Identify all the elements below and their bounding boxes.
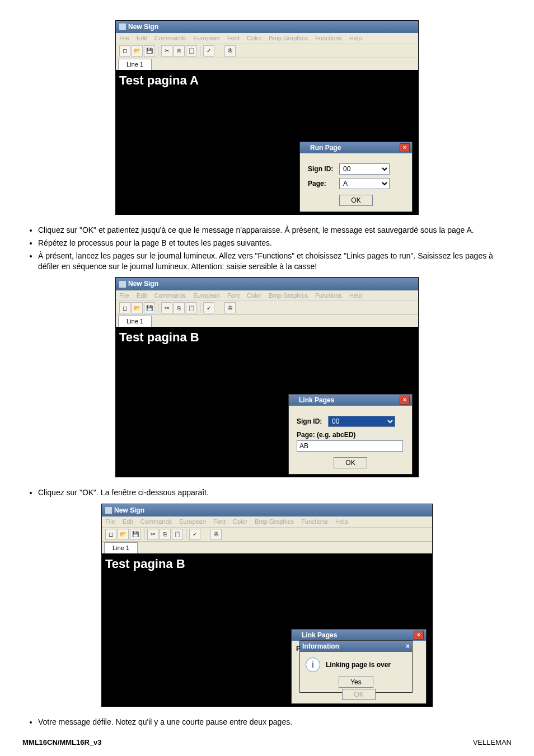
page-hint-label: Page: (e.g. abcED) (297, 430, 404, 439)
info-title: Information (302, 642, 339, 651)
footer-brand: VELLEMAN (473, 738, 512, 748)
canvas-text: Test pagina B (105, 557, 185, 571)
sign-id-select[interactable]: 00 (339, 163, 390, 175)
paste-icon[interactable]: 📋 (172, 529, 183, 540)
menu-functions[interactable]: Functions (301, 518, 328, 525)
window-titlebar: New Sign (116, 21, 418, 33)
close-icon[interactable]: × (400, 143, 410, 152)
ok-button[interactable]: OK (334, 457, 367, 468)
menu-help[interactable]: Help (335, 518, 348, 525)
menu-commands[interactable]: Commands (154, 35, 186, 41)
send-icon[interactable]: ✇ (210, 529, 222, 540)
menu-help[interactable]: Help (349, 292, 362, 299)
toolbar-separator (144, 529, 144, 539)
menu-font[interactable]: Font (227, 292, 240, 299)
save-icon[interactable]: 💾 (144, 45, 155, 57)
menu-file[interactable]: File (119, 35, 129, 41)
new-icon[interactable]: ◻ (105, 529, 116, 540)
send-icon[interactable]: ✇ (224, 302, 236, 313)
dialog-titlebar: Run Page × (300, 142, 412, 153)
window-title: New Sign (128, 279, 158, 288)
menu-bmp[interactable]: Bmp Graphics (269, 35, 308, 41)
window-title: New Sign (128, 22, 158, 31)
menu-commands[interactable]: Commands (154, 292, 186, 299)
preview-icon[interactable]: ✓ (203, 302, 214, 313)
cut-icon[interactable]: ✂ (161, 302, 172, 313)
save-icon[interactable]: 💾 (130, 529, 141, 540)
window-titlebar: New Sign (102, 504, 432, 516)
open-icon[interactable]: 📂 (118, 529, 129, 540)
toolbar: ◻ 📂 💾 ✂ ⎘ 📋 ✓ ✇ (102, 528, 432, 542)
window-title: New Sign (114, 506, 144, 515)
close-icon[interactable]: × (414, 631, 424, 640)
toolbar-separator (200, 303, 200, 313)
menu-edit[interactable]: Edit (137, 292, 147, 299)
instruction-item: À présent, lancez les pages sur le journ… (38, 251, 512, 272)
menu-help[interactable]: Help (349, 35, 362, 41)
menu-commands[interactable]: Commands (140, 518, 172, 525)
menu-color[interactable]: Color (247, 292, 261, 299)
instruction-item: Cliquez sur "OK". La fenêtre ci-dessous … (38, 487, 512, 498)
open-icon[interactable]: 📂 (132, 45, 143, 57)
toolbar: ◻ 📂 💾 ✂ ⎘ 📋 ✓ ✇ (116, 301, 418, 315)
close-icon[interactable]: × (400, 396, 410, 405)
paste-icon[interactable]: 📋 (186, 45, 197, 57)
menu-bmp[interactable]: Bmp Graphics (269, 292, 308, 299)
link-pages-dialog: Link Pages × Sign ID: 00 Page: (e.g. abc… (288, 394, 413, 475)
tab-row: Line 1 (102, 542, 432, 553)
tab-line1[interactable]: Line 1 (118, 316, 152, 327)
tab-line1[interactable]: Line 1 (104, 542, 138, 554)
send-icon[interactable]: ✇ (224, 45, 236, 57)
dialog-icon (291, 397, 297, 403)
dialog-title: Run Page (310, 143, 341, 152)
menu-color[interactable]: Color (233, 518, 247, 525)
preview-icon[interactable]: ✓ (189, 529, 200, 540)
info-body: i Linking page is over (300, 652, 412, 677)
page-input[interactable] (297, 440, 403, 452)
tab-row: Line 1 (116, 58, 418, 70)
menu-font[interactable]: Font (213, 518, 226, 525)
ok-button[interactable]: OK (339, 195, 372, 206)
page-select[interactable]: A (339, 178, 390, 189)
cut-icon[interactable]: ✂ (147, 529, 158, 540)
information-dialog: Information × i Linking page is over Yes (299, 640, 413, 693)
copy-icon[interactable]: ⎘ (174, 45, 185, 57)
menu-bar: File Edit Commands European Font Color B… (102, 516, 432, 528)
instruction-list-2: Cliquez sur "OK". La fenêtre ci-dessous … (22, 487, 512, 498)
menu-edit[interactable]: Edit (123, 518, 133, 525)
copy-icon[interactable]: ⎘ (160, 529, 171, 540)
paste-icon[interactable]: 📋 (186, 302, 197, 313)
canvas-text: Test pagina A (119, 73, 199, 87)
page-label: Page: (308, 179, 339, 188)
window-titlebar: New Sign (116, 278, 418, 290)
copy-icon[interactable]: ⎘ (174, 302, 185, 313)
close-icon[interactable]: × (406, 642, 410, 651)
info-message: Linking page is over (326, 660, 391, 669)
tab-line1[interactable]: Line 1 (118, 59, 152, 71)
menu-edit[interactable]: Edit (137, 35, 147, 41)
new-icon[interactable]: ◻ (119, 302, 130, 313)
menu-bmp[interactable]: Bmp Graphics (255, 518, 294, 525)
new-icon[interactable]: ◻ (119, 45, 130, 57)
save-icon[interactable]: 💾 (144, 302, 155, 313)
menu-bar: File Edit Commands European Font Color B… (116, 290, 418, 302)
sign-canvas: Test pagina B Link Pages × Sign ID: 00 (116, 327, 418, 477)
menu-file[interactable]: File (119, 292, 129, 299)
canvas-text: Test pagina B (119, 330, 199, 344)
screenshot-information: New Sign File Edit Commands European Fon… (101, 504, 433, 707)
cut-icon[interactable]: ✂ (161, 45, 172, 57)
sign-id-select[interactable]: 00 (328, 416, 395, 427)
open-icon[interactable]: 📂 (132, 302, 143, 313)
menu-european[interactable]: European (193, 35, 220, 41)
menu-european[interactable]: European (179, 518, 206, 525)
preview-icon[interactable]: ✓ (203, 45, 214, 57)
dialog-body: Sign ID: 00 Page: (e.g. abcED) OK (289, 406, 412, 474)
menu-european[interactable]: European (193, 292, 220, 299)
menu-file[interactable]: File (105, 518, 115, 525)
yes-button[interactable]: Yes (339, 677, 373, 688)
menu-font[interactable]: Font (227, 35, 240, 41)
menu-functions[interactable]: Functions (315, 35, 342, 41)
menu-functions[interactable]: Functions (315, 292, 342, 299)
info-icon: i (306, 658, 320, 672)
menu-color[interactable]: Color (247, 35, 261, 41)
